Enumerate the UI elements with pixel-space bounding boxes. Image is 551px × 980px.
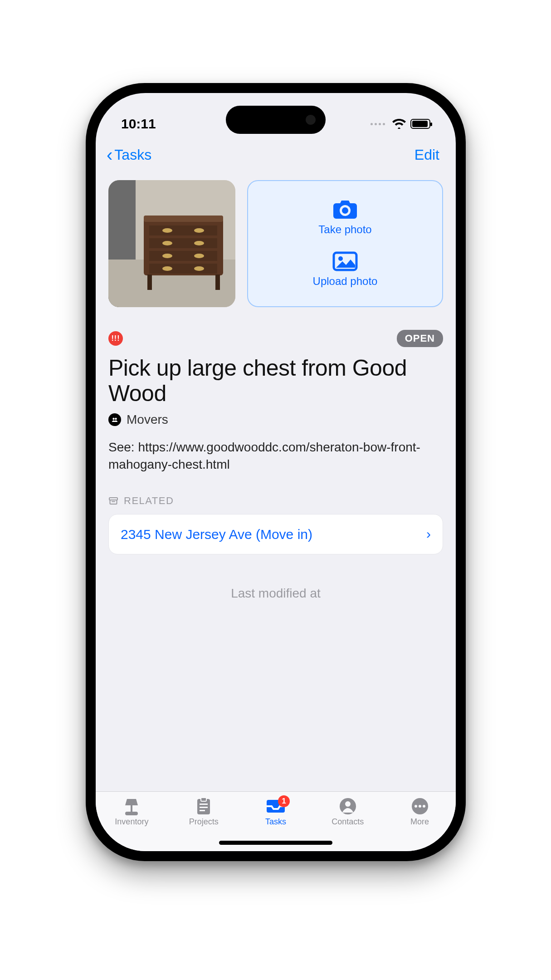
- upload-photo-label: Upload photo: [313, 275, 378, 288]
- chevron-left-icon: ‹: [107, 146, 112, 164]
- screen: 10:11 ‹ Tasks Edit: [96, 93, 456, 851]
- status-badge: OPEN: [397, 330, 443, 347]
- wifi-icon: [392, 119, 406, 129]
- lamp-icon: [122, 797, 141, 815]
- tab-inventory[interactable]: Inventory: [102, 797, 161, 827]
- tab-projects[interactable]: Projects: [174, 797, 233, 827]
- svg-rect-7: [149, 251, 217, 261]
- svg-point-13: [162, 254, 172, 258]
- image-icon: [332, 251, 358, 271]
- back-label: Tasks: [114, 147, 151, 163]
- svg-point-21: [111, 416, 119, 424]
- ellipsis-icon: [410, 797, 430, 815]
- assignee-row: Movers: [108, 412, 443, 427]
- tab-more[interactable]: More: [390, 797, 449, 827]
- tasks-badge: 1: [278, 795, 290, 807]
- related-heading-label: RELATED: [124, 495, 174, 507]
- svg-rect-17: [147, 274, 152, 290]
- svg-point-16: [194, 266, 204, 271]
- tab-contacts[interactable]: Contacts: [318, 797, 377, 827]
- svg-point-12: [194, 241, 204, 245]
- svg-point-23: [115, 418, 117, 420]
- assignee-name: Movers: [127, 412, 168, 427]
- camera-icon: [332, 200, 358, 220]
- svg-rect-8: [149, 264, 217, 274]
- svg-rect-5: [149, 225, 217, 235]
- chevron-right-icon: ›: [426, 526, 431, 542]
- svg-point-35: [414, 805, 417, 808]
- svg-point-9: [162, 228, 172, 233]
- svg-rect-31: [200, 810, 205, 811]
- content-area: Take photo Upload photo !!! OPEN Pick up: [96, 171, 456, 797]
- phone-frame: 10:11 ‹ Tasks Edit: [86, 83, 466, 861]
- tab-label: Tasks: [265, 817, 286, 827]
- svg-point-36: [419, 805, 421, 808]
- svg-rect-28: [201, 798, 206, 801]
- priority-badge: !!!: [108, 331, 123, 346]
- tab-label: Projects: [189, 817, 219, 827]
- svg-point-33: [345, 801, 351, 807]
- tab-label: Inventory: [115, 817, 148, 827]
- tab-label: More: [410, 817, 429, 827]
- edit-button[interactable]: Edit: [414, 147, 445, 163]
- svg-point-37: [423, 805, 425, 808]
- status-time: 10:11: [121, 116, 156, 132]
- tab-tasks[interactable]: 1 Tasks: [246, 797, 305, 827]
- svg-rect-29: [200, 804, 208, 805]
- group-icon: [108, 413, 121, 426]
- svg-rect-30: [200, 807, 208, 808]
- svg-rect-4: [144, 216, 223, 222]
- task-photo-thumbnail[interactable]: [108, 180, 235, 307]
- task-description: See: https://www.goodwooddc.com/sheraton…: [108, 439, 443, 473]
- dynamic-island: [226, 106, 326, 134]
- take-photo-button[interactable]: Take photo: [318, 200, 371, 236]
- take-photo-label: Take photo: [318, 223, 371, 236]
- last-modified-label: Last modified at: [108, 586, 443, 601]
- tab-label: Contacts: [332, 817, 364, 827]
- upload-photo-button[interactable]: Upload photo: [313, 251, 378, 288]
- svg-point-14: [194, 254, 204, 258]
- person-icon: [338, 797, 358, 815]
- svg-point-10: [194, 228, 204, 233]
- photo-actions-panel: Take photo Upload photo: [247, 180, 443, 307]
- related-item[interactable]: 2345 New Jersey Ave (Move in) ›: [108, 514, 443, 554]
- back-button[interactable]: ‹ Tasks: [107, 146, 151, 164]
- status-dots-icon: [371, 123, 385, 125]
- nav-bar: ‹ Tasks Edit: [96, 138, 456, 171]
- svg-rect-6: [149, 238, 217, 248]
- clipboard-icon: [194, 797, 214, 815]
- battery-icon: [410, 119, 430, 129]
- svg-point-22: [112, 418, 114, 420]
- related-item-label: 2345 New Jersey Ave (Move in): [121, 525, 312, 543]
- home-indicator: [219, 841, 332, 845]
- task-title: Pick up large chest from Good Wood: [108, 355, 443, 406]
- archive-icon: [108, 496, 118, 506]
- svg-rect-18: [215, 274, 220, 290]
- svg-point-15: [162, 266, 172, 271]
- svg-point-11: [162, 241, 172, 245]
- related-heading: RELATED: [108, 495, 443, 507]
- svg-point-20: [338, 256, 343, 261]
